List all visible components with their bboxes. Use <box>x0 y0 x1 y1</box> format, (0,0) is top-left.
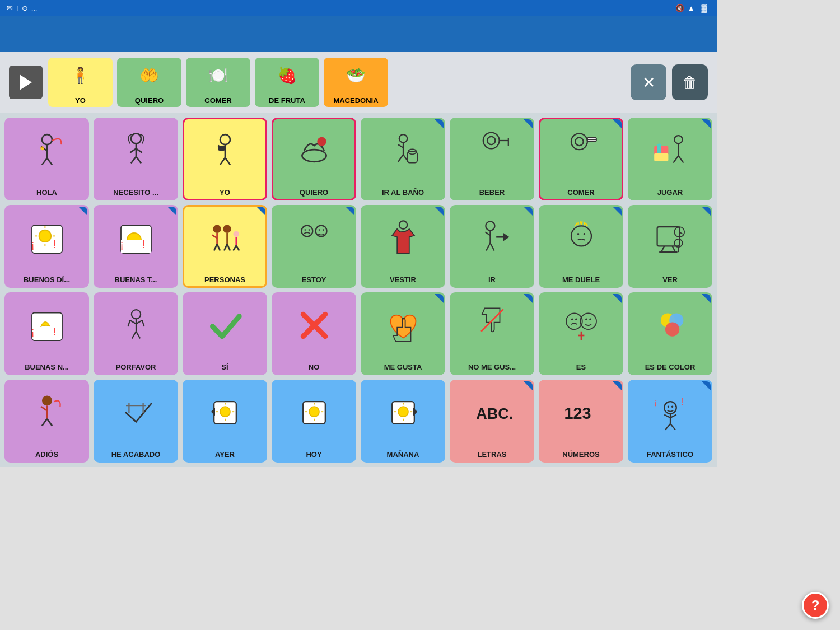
corner-flag <box>524 207 533 216</box>
card-label-es-color: ES DE COLOR <box>645 363 696 371</box>
card-icon-me-gusta <box>365 297 441 353</box>
card-buenos-dias[interactable]: !¡ BUENOS DÍ... <box>4 205 89 288</box>
sentence-card-icon: 🤲 <box>133 60 166 90</box>
card-icon-hoy <box>276 385 352 441</box>
status-left-icons: ✉ f ⊙ ... <box>7 4 37 12</box>
svg-line-153 <box>665 424 670 430</box>
card-label-he-acabado: HE ACABADO <box>111 451 161 459</box>
corner-flag <box>435 207 444 216</box>
svg-point-111 <box>589 318 591 320</box>
card-me-duele[interactable]: ME DUELE <box>539 205 623 288</box>
corner-flag <box>346 207 354 216</box>
svg-line-100 <box>136 320 142 324</box>
sentence-bar: 🧍 YO 🤲 QUIERO 🍽️ COMER 🍓 DE FRUTA 🥗 MACE… <box>0 52 717 113</box>
card-fantastico[interactable]: ¡! FANTÁSTICO <box>628 380 712 463</box>
card-icon-numeros: 123 <box>543 385 619 441</box>
card-label-buenas-tardes: BUENAS T... <box>115 276 157 284</box>
svg-line-58 <box>214 244 217 251</box>
card-label-me-gusta: ME GUSTA <box>384 363 422 371</box>
card-necesito[interactable]: NECESITO ... <box>94 118 178 200</box>
card-adios[interactable]: ADIÓS <box>4 380 89 463</box>
sentence-card-label: QUIERO <box>135 96 164 105</box>
card-label-ir: IR <box>488 276 496 284</box>
svg-line-154 <box>670 424 675 430</box>
svg-line-22 <box>398 144 403 147</box>
svg-point-69 <box>304 229 306 231</box>
svg-point-28 <box>487 137 495 144</box>
card-ver[interactable]: VER <box>628 205 712 288</box>
card-quiero[interactable]: QUIERO <box>272 118 356 200</box>
card-buenas-tardes[interactable]: !¡ BUENAS T... <box>94 205 178 288</box>
card-porfavor[interactable]: PORFAVOR <box>94 292 178 375</box>
card-estoy[interactable]: ESTOY <box>272 205 356 288</box>
svg-rect-85 <box>657 227 679 246</box>
play-button[interactable] <box>9 66 43 99</box>
sentence-card-quiero[interactable]: 🤲 QUIERO <box>117 58 181 107</box>
card-ayer[interactable]: AYER <box>183 380 267 463</box>
card-icon-buenas-noches: !¡ <box>8 297 85 353</box>
corner-flag <box>702 207 711 216</box>
svg-point-133 <box>309 407 319 417</box>
svg-line-3 <box>42 158 47 165</box>
card-no[interactable]: NO <box>272 292 356 375</box>
svg-line-8 <box>130 148 136 152</box>
card-he-acabado[interactable]: HE ACABADO <box>94 380 178 463</box>
card-icon-estoy <box>276 210 352 266</box>
svg-point-18 <box>302 150 326 162</box>
card-vestir[interactable]: VESTIR <box>361 205 445 288</box>
card-label-jugar: JUGAR <box>657 189 683 197</box>
svg-rect-17 <box>218 146 225 151</box>
delete-button[interactable]: 🗑 <box>672 64 708 100</box>
svg-line-152 <box>670 415 676 418</box>
sentence-card-macedonia[interactable]: 🥗 MACEDONIA <box>324 58 388 107</box>
card-yo[interactable]: YO <box>183 118 267 200</box>
card-es[interactable]: ES <box>539 292 623 375</box>
card-icon-adios <box>8 385 85 441</box>
card-ir-bano[interactable]: IR AL BAÑO <box>361 118 445 200</box>
card-label-buenas-noches: BUENAS N... <box>25 363 69 371</box>
card-label-comer: COMER <box>567 189 594 197</box>
card-icon-ver <box>632 210 708 266</box>
svg-line-78 <box>486 243 490 251</box>
svg-rect-52 <box>121 240 151 253</box>
card-me-gusta[interactable]: ME GUSTA <box>361 292 445 375</box>
card-icon-si <box>186 297 263 353</box>
card-icon-manana <box>365 385 441 441</box>
card-icon-yo <box>186 123 263 179</box>
svg-point-74 <box>399 221 407 228</box>
card-es-color[interactable]: ES DE COLOR <box>628 292 712 375</box>
sentence-card-comer[interactable]: 🍽️ COMER <box>186 58 250 107</box>
svg-point-27 <box>483 133 499 149</box>
sentence-card-de fruta[interactable]: 🍓 DE FRUTA <box>255 58 319 107</box>
corner-flag <box>702 381 711 390</box>
card-beber[interactable]: BEBER <box>450 118 534 200</box>
card-manana[interactable]: MAÑANA <box>361 380 445 463</box>
wifi-icon: ▲ <box>688 4 695 12</box>
card-hola[interactable]: 👋 HOLA <box>4 118 89 200</box>
svg-line-87 <box>672 246 675 252</box>
card-icon-es <box>543 297 619 353</box>
card-comer[interactable]: COMER <box>539 118 623 200</box>
card-icon-me-duele <box>543 210 619 266</box>
svg-line-117 <box>41 407 47 410</box>
card-ir[interactable]: IR <box>450 205 534 288</box>
svg-point-83 <box>577 233 579 235</box>
card-jugar[interactable]: JUGAR <box>628 118 712 200</box>
corner-flag <box>524 381 533 390</box>
card-label-estoy: ESTOY <box>302 276 326 284</box>
card-label-manana: MAÑANA <box>387 451 419 459</box>
card-numeros[interactable]: 123 NÚMEROS <box>539 380 623 463</box>
clear-button[interactable]: ✕ <box>631 64 666 100</box>
sentence-card-icon: 🍽️ <box>202 60 235 90</box>
card-buenas-noches[interactable]: !¡ BUENAS N... <box>4 292 89 375</box>
card-icon-ir-bano <box>365 123 441 179</box>
card-letras[interactable]: ABC... LETRAS <box>450 380 534 463</box>
sentence-card-yo[interactable]: 🧍 YO <box>48 58 113 107</box>
card-no-me-gusta[interactable]: NO ME GUS... <box>450 292 534 375</box>
card-personas[interactable]: PERSONAS <box>183 205 267 288</box>
card-hoy[interactable]: HOY <box>272 380 356 463</box>
card-icon-vestir <box>365 210 441 266</box>
card-icon-ir <box>454 210 530 266</box>
svg-line-38 <box>678 156 683 163</box>
card-si[interactable]: SÍ <box>183 292 267 375</box>
